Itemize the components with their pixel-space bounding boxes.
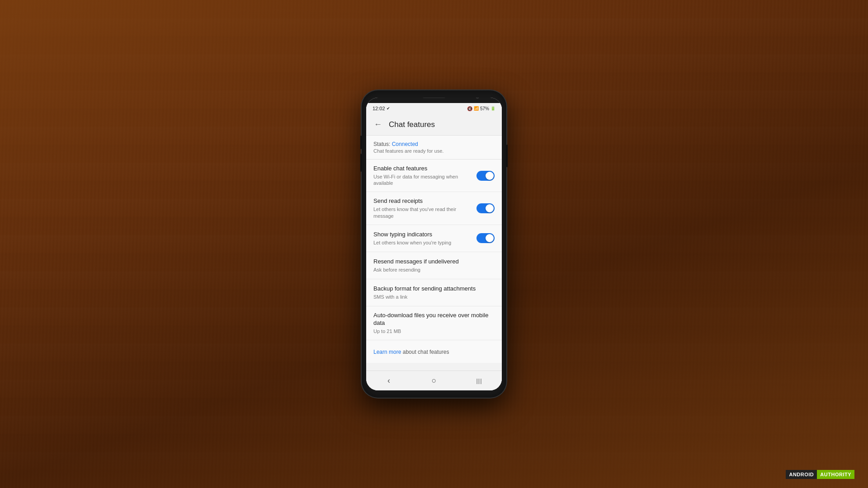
status-bar: 12:02 ✔ 🔇 📶 57% 🔋 bbox=[366, 103, 502, 114]
toggle-thumb-show-typing-indicators bbox=[486, 234, 494, 242]
setting-desc-enable-chat: Use Wi-Fi or data for messaging when ava… bbox=[373, 174, 472, 187]
toggle-send-read-receipts[interactable] bbox=[476, 203, 495, 213]
toggle-show-typing-indicators[interactable] bbox=[476, 233, 495, 243]
setting-item-enable-chat[interactable]: Enable chat features Use Wi-Fi or data f… bbox=[366, 160, 502, 192]
status-time: 12:02 ✔ bbox=[373, 106, 390, 111]
learn-more-link[interactable]: Learn more bbox=[373, 349, 401, 355]
screen-content: 12:02 ✔ 🔇 📶 57% 🔋 ← Chat features bbox=[366, 103, 502, 390]
navigation-bar: ‹ ○ ||| bbox=[366, 371, 502, 390]
nav-recents-button[interactable]: ||| bbox=[471, 373, 487, 389]
setting-desc-auto-download: Up to 21 MB bbox=[373, 328, 490, 334]
setting-title-show-typing-indicators: Show typing indicators bbox=[373, 231, 472, 239]
toolbar: ← Chat features bbox=[366, 114, 502, 136]
setting-desc-show-typing-indicators: Let others know when you're typing bbox=[373, 239, 472, 246]
phone-wrapper: 12:02 ✔ 🔇 📶 57% 🔋 ← Chat features bbox=[362, 90, 506, 398]
watermark-android: ANDROID bbox=[786, 470, 817, 479]
footer-section: Learn more about chat features bbox=[366, 340, 502, 363]
toggle-thumb-send-read-receipts bbox=[486, 204, 494, 212]
nav-home-button[interactable]: ○ bbox=[426, 373, 442, 389]
toggle-thumb-enable-chat bbox=[486, 172, 494, 180]
page-title: Chat features bbox=[389, 120, 435, 129]
footer-text: Learn more about chat features bbox=[373, 349, 449, 355]
setting-desc-resend-messages: Ask before resending bbox=[373, 267, 490, 273]
status-icons: 🔇 📶 57% 🔋 bbox=[467, 106, 495, 111]
watermark-authority: AUTHORITY bbox=[817, 470, 854, 479]
phone-device: 12:02 ✔ 🔇 📶 57% 🔋 ← Chat features bbox=[362, 90, 506, 398]
setting-item-show-typing-indicators[interactable]: Show typing indicators Let others know w… bbox=[366, 225, 502, 252]
notch-area bbox=[366, 98, 502, 103]
phone-screen: 12:02 ✔ 🔇 📶 57% 🔋 ← Chat features bbox=[366, 98, 502, 390]
setting-title-resend-messages: Resend messages if undelivered bbox=[373, 258, 490, 266]
setting-title-enable-chat: Enable chat features bbox=[373, 165, 472, 173]
setting-item-auto-download[interactable]: Auto-download files you receive over mob… bbox=[366, 306, 502, 340]
speaker-grill bbox=[423, 98, 445, 98]
setting-item-send-read-receipts[interactable]: Send read receipts Let others know that … bbox=[366, 192, 502, 225]
setting-title-send-read-receipts: Send read receipts bbox=[373, 197, 472, 205]
setting-desc-backup-format: SMS with a link bbox=[373, 294, 490, 300]
status-label: Status: Connected bbox=[373, 141, 495, 147]
status-value: Connected bbox=[392, 141, 418, 147]
setting-desc-send-read-receipts: Let others know that you've read their m… bbox=[373, 206, 472, 219]
setting-item-resend-messages[interactable]: Resend messages if undelivered Ask befor… bbox=[366, 252, 502, 279]
volume-down-button[interactable] bbox=[360, 154, 362, 172]
setting-title-backup-format: Backup format for sending attachments bbox=[373, 285, 490, 293]
status-section: Status: Connected Chat features are read… bbox=[366, 136, 502, 160]
setting-title-auto-download: Auto-download files you receive over mob… bbox=[373, 312, 490, 327]
settings-list: Status: Connected Chat features are read… bbox=[366, 136, 502, 371]
nav-back-button[interactable]: ‹ bbox=[381, 373, 397, 389]
back-button[interactable]: ← bbox=[370, 117, 386, 133]
status-description: Chat features are ready for use. bbox=[373, 148, 495, 154]
volume-up-button[interactable] bbox=[360, 136, 362, 149]
watermark: ANDROID AUTHORITY bbox=[786, 470, 854, 479]
front-camera bbox=[476, 98, 479, 99]
toggle-enable-chat[interactable] bbox=[476, 171, 495, 181]
setting-item-backup-format[interactable]: Backup format for sending attachments SM… bbox=[366, 279, 502, 306]
power-button[interactable] bbox=[506, 145, 508, 167]
